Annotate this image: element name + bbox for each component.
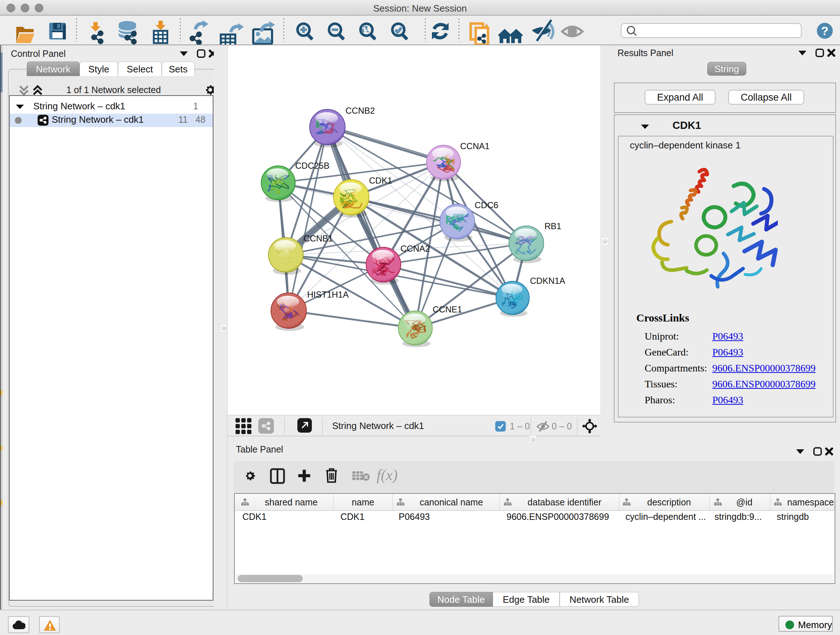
svg-text:CCNB2: CCNB2 xyxy=(346,106,375,116)
svg-text:CCNE1: CCNE1 xyxy=(433,304,462,314)
svg-text:CCNA1: CCNA1 xyxy=(460,141,489,151)
svg-text:RB1: RB1 xyxy=(545,221,561,231)
svg-text:CDC6: CDC6 xyxy=(475,200,498,210)
svg-text:CCNA2: CCNA2 xyxy=(401,244,430,253)
svg-text:CCNB1: CCNB1 xyxy=(303,233,333,243)
svg-text:CDC25B: CDC25B xyxy=(295,161,330,171)
svg-text:HIST1H1A: HIST1H1A xyxy=(307,290,349,299)
svg-text:CDKN1A: CDKN1A xyxy=(530,276,565,286)
svg-text:CDK1: CDK1 xyxy=(369,176,392,185)
